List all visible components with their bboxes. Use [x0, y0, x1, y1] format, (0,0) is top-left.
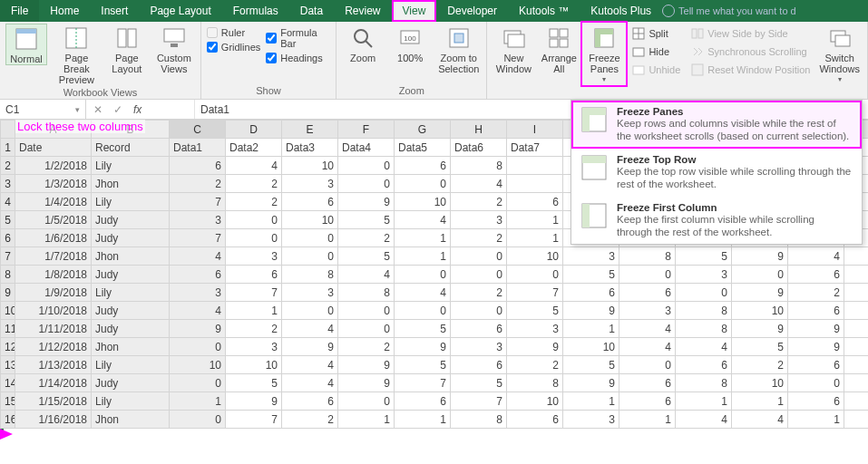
cell[interactable]: 5 [563, 266, 619, 284]
cell[interactable]: 0 [507, 266, 563, 284]
switch-windows-button[interactable]: Switch Windows ▾ [817, 24, 862, 84]
cell[interactable]: 0 [395, 175, 451, 193]
cell[interactable]: 1/10/2018 [15, 302, 92, 320]
cell[interactable]: 3 [282, 284, 338, 302]
cell[interactable]: 1/2/2018 [15, 157, 92, 175]
menu-freeze-panes[interactable]: Freeze PanesKeep rows and columns visibl… [571, 101, 862, 149]
row-header-5[interactable]: 5 [1, 211, 15, 229]
cell[interactable]: 9 [395, 338, 451, 356]
cell[interactable]: Data2 [226, 139, 282, 157]
cell[interactable]: 0 [676, 284, 732, 302]
row-header-1[interactable]: 1 [1, 139, 15, 157]
cell[interactable]: 0 [451, 247, 507, 266]
cell[interactable]: 4 [282, 374, 338, 392]
cell[interactable]: 1/5/2018 [15, 211, 92, 229]
cell[interactable]: 7 [170, 193, 226, 211]
cell[interactable]: 0 [170, 411, 226, 429]
row-header-10[interactable]: 10 [1, 302, 15, 320]
cell[interactable]: 1/4/2018 [15, 193, 92, 211]
tell-me[interactable]: Tell me what you want to d [662, 0, 807, 22]
cell[interactable]: 4 [282, 356, 338, 374]
gridlines-checkbox[interactable]: Gridlines [207, 42, 260, 53]
cell[interactable]: Record [92, 139, 170, 157]
cell[interactable]: 3 [507, 320, 563, 338]
cell[interactable]: 1/11/2018 [15, 320, 92, 338]
cell[interactable]: 1/16/2018 [15, 411, 92, 429]
cell[interactable]: 1 [395, 247, 451, 266]
new-window-button[interactable]: New Window [493, 24, 534, 74]
cell[interactable]: 3 [226, 338, 282, 356]
cell[interactable]: 0 [395, 266, 451, 284]
tab-kutools-plus[interactable]: Kutools Plus [580, 0, 662, 22]
cell[interactable]: 4 [788, 247, 844, 266]
menu-freeze-first-column[interactable]: Freeze First ColumnKeep the first column… [571, 197, 862, 245]
cell[interactable]: 4 [282, 320, 338, 338]
ruler-checkbox[interactable]: Ruler [207, 27, 260, 38]
split-button[interactable]: Split [629, 25, 684, 42]
cell[interactable]: 10 [563, 338, 619, 356]
cell[interactable]: 1 [395, 411, 451, 429]
cell[interactable]: 8 [451, 411, 507, 429]
cell[interactable]: 4 [395, 211, 451, 229]
cell[interactable]: Data1 [170, 139, 226, 157]
cell[interactable]: 2 [338, 338, 395, 356]
cell[interactable]: 2 [451, 229, 507, 247]
cell[interactable] [844, 266, 869, 284]
cell[interactable]: Judy [92, 266, 170, 284]
cell[interactable]: 3 [563, 411, 619, 429]
row-header-16[interactable]: 16 [1, 411, 15, 429]
cell[interactable]: 9 [732, 320, 788, 338]
cell[interactable]: 2 [226, 320, 282, 338]
cell[interactable]: 0 [170, 374, 226, 392]
cell[interactable]: Jhon [92, 411, 170, 429]
cell[interactable]: 6 [170, 266, 226, 284]
cell[interactable]: 8 [451, 157, 507, 175]
cell[interactable]: 4 [170, 302, 226, 320]
cell[interactable]: 1/13/2018 [15, 356, 92, 374]
row-header-15[interactable]: 15 [1, 392, 15, 411]
cell[interactable]: 4 [226, 157, 282, 175]
cell[interactable]: 3 [282, 175, 338, 193]
cell[interactable]: 9 [563, 302, 619, 320]
tab-view[interactable]: View [392, 0, 437, 22]
cell[interactable]: 1 [507, 211, 563, 229]
zoom-to-selection-button[interactable]: Zoom to Selection [436, 24, 481, 74]
cell[interactable]: 0 [226, 229, 282, 247]
cell[interactable]: 9 [732, 284, 788, 302]
cell[interactable]: Data7 [507, 139, 563, 157]
cell[interactable] [844, 302, 869, 320]
cell[interactable]: 2 [507, 356, 563, 374]
cell[interactable]: 5 [226, 374, 282, 392]
column-header-I[interactable]: I [507, 121, 563, 139]
cell[interactable]: 8 [676, 320, 732, 338]
column-header-C[interactable]: C [170, 121, 226, 139]
cell[interactable] [507, 157, 563, 175]
cell[interactable]: 6 [226, 266, 282, 284]
cell[interactable]: 6 [282, 392, 338, 411]
row-header-8[interactable]: 8 [1, 266, 15, 284]
cell[interactable]: 0 [788, 374, 844, 392]
cell[interactable]: 2 [451, 193, 507, 211]
cell[interactable]: 2 [226, 175, 282, 193]
cell[interactable]: 5 [338, 247, 395, 266]
cell[interactable]: 0 [282, 229, 338, 247]
tab-insert[interactable]: Insert [90, 0, 139, 22]
cell[interactable]: 9 [226, 392, 282, 411]
cell[interactable]: 4 [338, 266, 395, 284]
cell[interactable]: 1 [395, 229, 451, 247]
cell[interactable]: 0 [338, 157, 395, 175]
cell[interactable]: 7 [507, 284, 563, 302]
cell[interactable]: 3 [170, 284, 226, 302]
tab-page-layout[interactable]: Page Layout [139, 0, 221, 22]
cell[interactable]: 2 [732, 356, 788, 374]
name-box[interactable]: C1▾ [0, 100, 86, 119]
cell[interactable]: 10 [282, 211, 338, 229]
cell[interactable]: 7 [170, 229, 226, 247]
cell[interactable]: 0 [338, 175, 395, 193]
cell[interactable]: Lily [92, 284, 170, 302]
cell[interactable]: 1/14/2018 [15, 374, 92, 392]
cell[interactable]: 0 [619, 356, 676, 374]
tab-file[interactable]: File [0, 0, 39, 22]
cell[interactable]: Judy [92, 229, 170, 247]
cell[interactable]: 4 [395, 284, 451, 302]
